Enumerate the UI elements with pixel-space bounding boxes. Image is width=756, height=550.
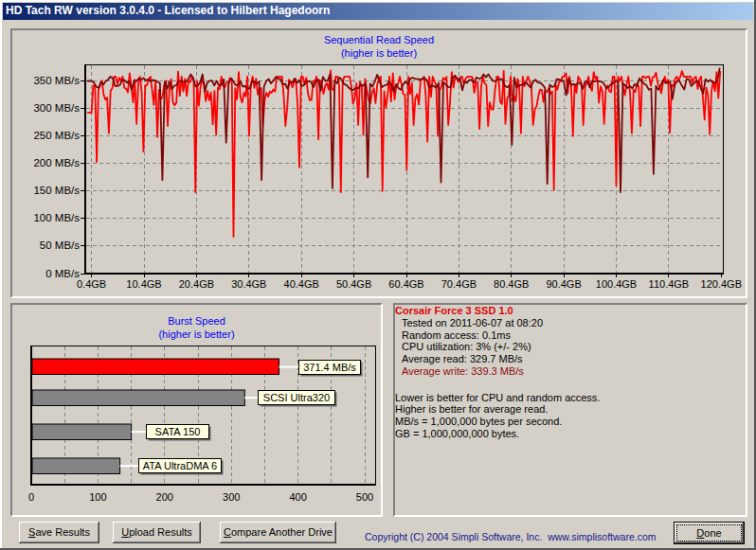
svg-text:90.4GB: 90.4GB [546, 278, 581, 290]
svg-text:ATA UltraDMA 6: ATA UltraDMA 6 [143, 460, 217, 471]
svg-text:100.4GB: 100.4GB [596, 278, 637, 290]
svg-text:110.4GB: 110.4GB [649, 278, 690, 290]
svg-text:SATA 150: SATA 150 [155, 426, 201, 437]
svg-text:100: 100 [89, 491, 106, 503]
svg-text:120.4GB: 120.4GB [701, 278, 742, 290]
svg-text:500: 500 [356, 491, 373, 503]
svg-text:350 MB/s: 350 MB/s [33, 75, 80, 86]
svg-text:200: 200 [156, 491, 173, 503]
svg-text:150 MB/s: 150 MB/s [33, 185, 80, 196]
svg-text:50 MB/s: 50 MB/s [40, 240, 80, 251]
svg-text:371.4 MB/s: 371.4 MB/s [303, 362, 356, 373]
svg-text:200 MB/s: 200 MB/s [33, 157, 80, 169]
svg-text:300 MB/s: 300 MB/s [33, 102, 80, 114]
svg-text:20.4GB: 20.4GB [179, 278, 214, 290]
svg-text:70.4GB: 70.4GB [441, 278, 477, 290]
svg-text:10.4GB: 10.4GB [126, 278, 161, 290]
svg-text:250 MB/s: 250 MB/s [33, 130, 80, 141]
svg-text:SCSI Ultra320: SCSI Ultra320 [263, 392, 330, 403]
svg-text:300: 300 [223, 491, 240, 503]
svg-text:0: 0 [28, 491, 34, 503]
svg-text:30.4GB: 30.4GB [231, 278, 266, 290]
svg-text:0 MB/s: 0 MB/s [45, 268, 80, 279]
svg-text:50.4GB: 50.4GB [336, 278, 371, 290]
svg-text:80.4GB: 80.4GB [494, 278, 529, 290]
svg-text:100 MB/s: 100 MB/s [33, 212, 80, 223]
svg-text:40.4GB: 40.4GB [284, 278, 319, 290]
svg-text:400: 400 [289, 491, 306, 503]
svg-text:0.4GB: 0.4GB [77, 278, 106, 290]
svg-text:60.4GB: 60.4GB [388, 278, 423, 290]
